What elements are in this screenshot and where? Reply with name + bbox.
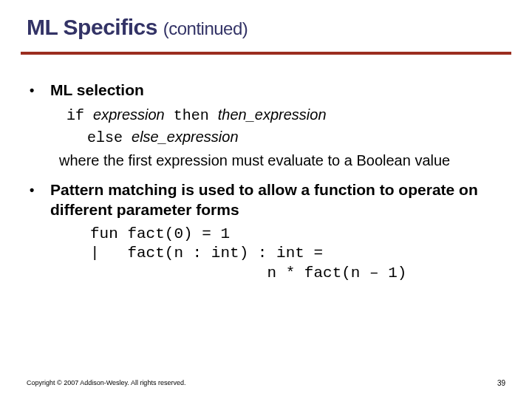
- title-continued: (continued): [163, 18, 248, 38]
- bullet-1-note: where the first expression must evaluate…: [59, 151, 502, 171]
- code-line-1: fun fact(0) = 1: [90, 225, 230, 242]
- footer: Copyright © 2007 Addison-Wesley. All rig…: [27, 379, 505, 387]
- else-expr-placeholder: else_expression: [132, 129, 239, 145]
- slide-body: • ML selection if expression then then_e…: [30, 80, 502, 284]
- page-number: 39: [497, 379, 505, 387]
- then-expr-placeholder: then_expression: [218, 106, 327, 123]
- bullet-dot-icon: •: [30, 80, 50, 100]
- code-line-2: | fact(n : int) : int =: [90, 245, 323, 262]
- title-main: ML Specifics: [27, 15, 163, 39]
- bullet-1: • ML selection: [30, 80, 502, 100]
- horizontal-rule: [21, 52, 511, 55]
- expr-placeholder: expression: [93, 106, 165, 123]
- code-line-3: n * fact(n – 1): [90, 265, 406, 282]
- bullet-2-text: Pattern matching is used to allow a func…: [50, 180, 502, 220]
- code-block: fun fact(0) = 1 | fact(n : int) : int = …: [90, 225, 502, 284]
- slide: ML Specifics (continued) • ML selection …: [0, 0, 532, 399]
- keyword-then: then: [165, 107, 218, 124]
- copyright-text: Copyright © 2007 Addison-Wesley. All rig…: [27, 379, 185, 387]
- bullet-1-syntax-line2: else else_expression: [87, 127, 502, 148]
- bullet-1-text: ML selection: [50, 80, 144, 100]
- bullet-1-syntax-line1: if expression then then_expression: [66, 105, 502, 126]
- keyword-if: if: [66, 107, 93, 124]
- slide-title: ML Specifics (continued): [27, 15, 248, 40]
- bullet-dot-icon: •: [30, 180, 50, 220]
- keyword-else: else: [87, 129, 132, 146]
- bullet-2: • Pattern matching is used to allow a fu…: [30, 180, 502, 220]
